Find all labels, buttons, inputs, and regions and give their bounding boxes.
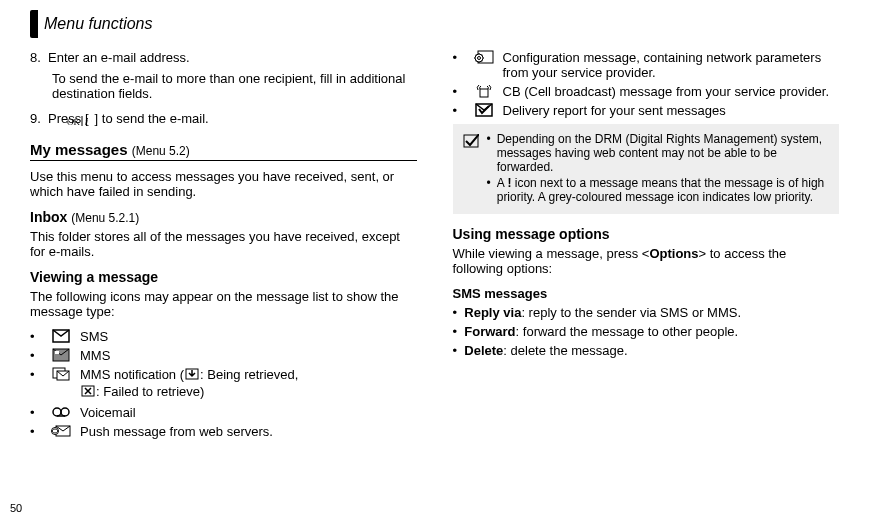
using-options-heading: Using message options [453, 226, 840, 242]
viewing-body: The following icons may appear on the me… [30, 289, 417, 319]
step-text-b: ] to send the e-mail. [95, 111, 209, 126]
text-b: : Being retrieved, [200, 367, 298, 382]
step-8: 8. Enter an e-mail address. [30, 50, 417, 65]
left-column: 8. Enter an e-mail address. To send the … [30, 50, 417, 443]
mms-icon [50, 348, 72, 362]
bullet: • [453, 103, 465, 118]
icon-row-config: • Configuration message, containing netw… [453, 50, 840, 80]
icon-row-mms-notification: • MMS notification (: Being retrieved, :… [30, 367, 417, 401]
svg-text:i: i [85, 115, 89, 127]
svg-point-14 [52, 428, 59, 435]
retrieving-icon [184, 367, 200, 384]
options-softkey: Options [649, 246, 698, 261]
bullet: • [30, 424, 42, 439]
option-delete: • Delete: delete the message. [453, 343, 840, 358]
my-messages-body: Use this menu to access messages you hav… [30, 169, 417, 199]
icon-row-cb: • CB (Cell broadcast) message from your … [453, 84, 840, 99]
heading-sub: (Menu 5.2.1) [71, 211, 139, 225]
text-a: MMS notification ( [80, 367, 184, 382]
text-a: While viewing a message, press < [453, 246, 650, 261]
section-rule [30, 160, 417, 161]
note-text: Depending on the DRM (Digital Rights Man… [497, 132, 829, 174]
svg-text:OK: OK [67, 117, 80, 127]
step-number: 9. [30, 111, 41, 126]
step-text: Enter an e-mail address. [48, 50, 190, 65]
icon-label: CB (Cell broadcast) message from your se… [503, 84, 840, 99]
text-c: : Failed to retrieve) [96, 384, 204, 399]
bullet: • [30, 348, 42, 363]
option-forward: • Forward: forward the message to other … [453, 324, 840, 339]
text-c: icon next to a message means that the me… [497, 176, 825, 204]
option-text: : reply to the sender via SMS or MMS. [521, 305, 741, 320]
configuration-message-icon [473, 50, 495, 64]
icon-label: MMS [80, 348, 417, 363]
voicemail-icon [50, 405, 72, 419]
icon-label: SMS [80, 329, 417, 344]
icon-row-push: • Push message from web servers. [30, 424, 417, 439]
option-label: Delete [464, 343, 503, 358]
using-options-body: While viewing a message, press <Options>… [453, 246, 840, 276]
option-text: : forward the message to other people. [516, 324, 739, 339]
icon-row-mms: • MMS [30, 348, 417, 363]
option-label: Reply via [464, 305, 521, 320]
viewing-heading: Viewing a message [30, 269, 417, 285]
step-number: 8. [30, 50, 41, 65]
heading-text: Inbox [30, 209, 67, 225]
page-header: Menu functions [30, 10, 839, 38]
icon-row-delivery: • Delivery report for your sent messages [453, 103, 840, 118]
option-label: Forward [464, 324, 515, 339]
bullet: • [30, 367, 42, 382]
icon-label: Delivery report for your sent messages [503, 103, 840, 118]
push-message-icon [50, 424, 72, 438]
failed-retrieve-icon [80, 384, 96, 401]
text-a: A [497, 176, 508, 190]
icon-label: Push message from web servers. [80, 424, 417, 439]
page-number: 50 [10, 502, 22, 514]
bullet: • [30, 405, 42, 420]
icon-label: Configuration message, containing networ… [503, 50, 840, 80]
mms-notification-icon [50, 367, 72, 381]
icon-row-sms: • SMS [30, 329, 417, 344]
svg-point-11 [61, 408, 69, 416]
svg-rect-18 [480, 89, 488, 97]
icon-label: MMS notification (: Being retrieved, : F… [80, 367, 417, 401]
bullet: • [487, 176, 491, 204]
my-messages-heading: My messages (Menu 5.2) [30, 141, 417, 158]
option-reply: • Reply via: reply to the sender via SMS… [453, 305, 840, 320]
note-checkmark-icon [463, 132, 479, 206]
icon-row-voicemail: • Voicemail [30, 405, 417, 420]
sms-messages-heading: SMS messages [453, 286, 840, 301]
svg-point-10 [53, 408, 61, 416]
bullet: • [30, 329, 42, 344]
note-text: A ! icon next to a message means that th… [497, 176, 829, 204]
note-item-1: • Depending on the DRM (Digital Rights M… [487, 132, 830, 174]
icon-label: Voicemail [80, 405, 417, 420]
delivery-report-icon [473, 103, 495, 117]
note-item-2: • A ! icon next to a message means that … [487, 176, 830, 204]
inbox-heading: Inbox (Menu 5.2.1) [30, 209, 417, 225]
svg-rect-5 [55, 351, 59, 354]
bullet: • [453, 84, 465, 99]
step-9: 9. Press [OKi] to send the e-mail. [30, 111, 417, 127]
sms-icon [50, 329, 72, 343]
note-box: • Depending on the DRM (Digital Rights M… [453, 124, 840, 214]
heading-text: My messages [30, 141, 128, 158]
bullet: • [487, 132, 491, 174]
page-title: Menu functions [44, 15, 153, 33]
step-8-sub: To send the e-mail to more than one reci… [30, 71, 417, 101]
header-accent-bar [30, 10, 38, 38]
right-column: • Configuration message, containing netw… [453, 50, 840, 443]
option-text: : delete the message. [503, 343, 627, 358]
bullet: • [453, 50, 465, 65]
inbox-body: This folder stores all of the messages y… [30, 229, 417, 259]
cell-broadcast-icon [473, 84, 495, 98]
heading-sub: (Menu 5.2) [132, 144, 190, 158]
